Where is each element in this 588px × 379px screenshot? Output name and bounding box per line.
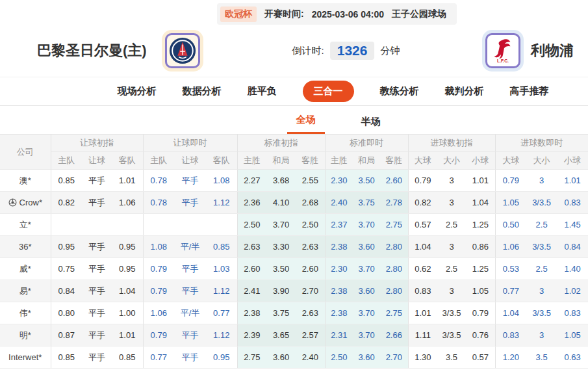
liverpool-crest-icon: L.F.C. <box>489 36 517 65</box>
odds-cell: 平/半 <box>174 236 206 258</box>
nav-tab-高手推荐[interactable]: 高手推荐 <box>510 85 549 98</box>
company-cell: Interwet* <box>0 346 51 369</box>
odds-cell: 1.05 <box>466 280 495 302</box>
odds-cell: 1.01 <box>557 170 588 192</box>
sub-header: 客队 <box>112 152 143 170</box>
odds-cell: 2.63 <box>296 236 325 258</box>
odds-cell: 0.57 <box>408 214 437 236</box>
odds-cell: 3.70 <box>353 302 380 324</box>
odds-cell: 2.63 <box>237 236 266 258</box>
nav-tab-裁判分析[interactable]: 裁判分析 <box>445 85 484 98</box>
odds-cell: 1.25 <box>466 258 495 280</box>
odds-cell: 0.79 <box>143 258 174 280</box>
company-cell: Crow* <box>0 192 51 214</box>
odds-cell: 1.40 <box>557 258 588 280</box>
nav-tab-数据分析[interactable]: 数据分析 <box>183 85 222 98</box>
odds-cell: 3.5 <box>437 346 466 369</box>
odds-cell: 2.80 <box>380 236 408 258</box>
match-info-bar: 欧冠杯 开赛时间: 2025-03-06 04:00 王子公园球场 <box>0 0 588 25</box>
odds-cell: 2.40 <box>325 192 353 214</box>
odds-cell: 3/3.5 <box>437 302 466 324</box>
odds-cell: 平手 <box>82 258 112 280</box>
league-badge: 欧冠杯 <box>220 7 257 22</box>
odds-cell: 1.08 <box>143 236 174 258</box>
odds-cell: 3.70 <box>353 258 380 280</box>
odds-cell: 0.86 <box>466 236 495 258</box>
odds-cell: 3 <box>437 192 466 214</box>
nav-tab-胜平负[interactable]: 胜平负 <box>248 85 277 98</box>
nav-tab-现场分析[interactable]: 现场分析 <box>118 85 157 98</box>
odds-cell: 1.06 <box>143 302 174 324</box>
nav-tab-三合一[interactable]: 三合一 <box>303 81 354 102</box>
odds-cell: 2.68 <box>296 192 325 214</box>
group-header: 标准初指 <box>237 135 325 152</box>
odds-cell: 平手 <box>82 170 112 192</box>
odds-cell: 3.70 <box>353 214 380 236</box>
odds-cell: 3.30 <box>266 236 296 258</box>
header-group-row: 公司 让球初指让球即时标准初指标准即时进球数初指进球数即时 <box>0 135 588 152</box>
odds-cell: 平/半 <box>174 302 206 324</box>
odds-cell: 1.05 <box>495 192 526 214</box>
odds-cell: 平手 <box>82 324 112 346</box>
group-header: 让球即时 <box>143 135 237 152</box>
group-header: 进球数即时 <box>495 135 588 152</box>
odds-cell: 1.11 <box>408 324 437 346</box>
subtab-半场[interactable]: 半场 <box>352 111 390 134</box>
odds-cell: 0.63 <box>557 346 588 369</box>
countdown-label: 倒计时: <box>292 45 324 57</box>
sub-header: 让球 <box>82 152 112 170</box>
odds-cell: 0.78 <box>143 192 174 214</box>
odds-cell: 平手 <box>82 236 112 258</box>
company-cell: 36* <box>0 236 51 258</box>
subtab-全场[interactable]: 全场 <box>287 109 325 134</box>
odds-cell: 平手 <box>82 302 112 324</box>
sub-header: 小球 <box>557 152 588 170</box>
company-column-header: 公司 <box>0 135 51 170</box>
sub-header: 和局 <box>353 152 380 170</box>
odds-cell: 3 <box>437 236 466 258</box>
odds-cell: 0.82 <box>408 192 437 214</box>
odds-cell: 2.39 <box>237 324 266 346</box>
odds-cell: 3 <box>437 280 466 302</box>
odds-cell: 2.5 <box>437 258 466 280</box>
table-row: 明*0.87平手1.010.79平手1.122.393.652.572.313.… <box>0 324 588 346</box>
odds-cell: 3.60 <box>353 280 380 302</box>
odds-cell: 平手 <box>82 192 112 214</box>
countdown: 倒计时: 1326 分钟 <box>292 42 400 60</box>
odds-cell: 2.5 <box>437 214 466 236</box>
odds-cell: 0.79 <box>143 280 174 302</box>
odds-cell: 3.50 <box>353 170 380 192</box>
odds-cell: 1.30 <box>408 346 437 369</box>
odds-cell: 1.08 <box>206 170 237 192</box>
company-cell: 伟* <box>0 302 51 324</box>
nav-tab-教练分析[interactable]: 教练分析 <box>380 85 419 98</box>
odds-cell: 1.02 <box>557 280 588 302</box>
main-nav: 现场分析数据分析胜平负三合一教练分析裁判分析高手推荐 <box>0 77 588 106</box>
odds-cell: 平手 <box>174 324 206 346</box>
odds-cell: 1.04 <box>408 236 437 258</box>
odds-cell: 0.85 <box>112 346 143 369</box>
odds-cell: 2.36 <box>237 192 266 214</box>
odds-cell: 0.79 <box>495 170 526 192</box>
odds-cell: 0.77 <box>143 346 174 369</box>
odds-cell: 1.12 <box>206 280 237 302</box>
odds-cell: 3.70 <box>353 324 380 346</box>
odds-cell: 2.27 <box>237 170 266 192</box>
odds-cell: 1.05 <box>557 324 588 346</box>
match-info-box: 欧冠杯 开赛时间: 2025-03-06 04:00 王子公园球场 <box>217 3 457 25</box>
psg-logo <box>165 33 200 68</box>
odds-cell: 0.95 <box>206 346 237 369</box>
odds-cell: 1.01 <box>408 302 437 324</box>
countdown-unit: 分钟 <box>380 45 400 57</box>
odds-cell: 1.00 <box>112 302 143 324</box>
soccer-ball-icon <box>8 198 17 207</box>
odds-cell: 0.83 <box>557 302 588 324</box>
odds-cell: 3.75 <box>353 192 380 214</box>
odds-cell <box>112 214 143 236</box>
odds-cell: 3.65 <box>266 324 296 346</box>
sub-header: 主队 <box>143 152 174 170</box>
odds-cell: 2.40 <box>296 346 325 369</box>
odds-cell: 1.03 <box>206 258 237 280</box>
odds-cell: 2.38 <box>325 280 353 302</box>
odds-cell: 3.75 <box>266 302 296 324</box>
